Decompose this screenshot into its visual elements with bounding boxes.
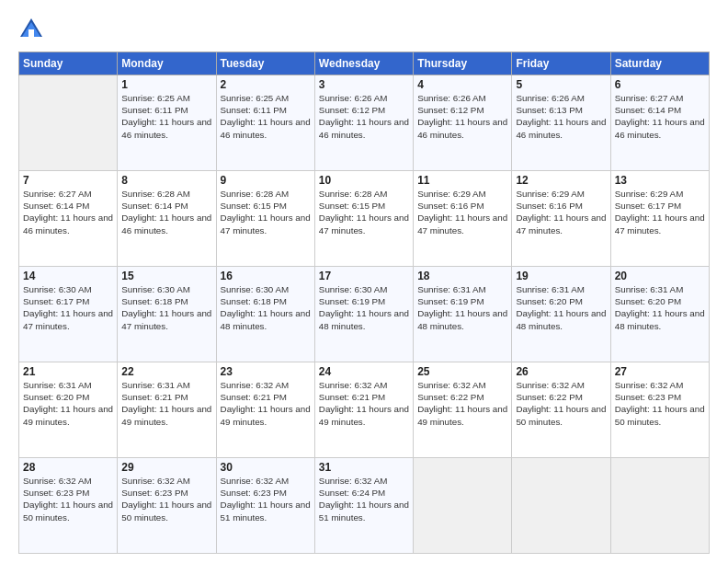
day-number: 25: [417, 365, 507, 378]
day-number: 15: [121, 270, 211, 282]
calendar-cell: [414, 458, 512, 554]
day-detail: Sunrise: 6:31 AMSunset: 6:20 PMDaylight:…: [23, 379, 113, 428]
calendar-cell: 1Sunrise: 6:25 AMSunset: 6:11 PMDaylight…: [118, 75, 216, 171]
calendar-cell: 31Sunrise: 6:32 AMSunset: 6:24 PMDayligh…: [314, 458, 413, 554]
day-detail: Sunrise: 6:32 AMSunset: 6:22 PMDaylight:…: [516, 379, 606, 428]
day-number: 14: [23, 270, 113, 282]
calendar-cell: 8Sunrise: 6:28 AMSunset: 6:14 PMDaylight…: [118, 171, 216, 267]
calendar-cell: 9Sunrise: 6:28 AMSunset: 6:15 PMDaylight…: [216, 171, 314, 267]
day-number: 31: [319, 461, 409, 474]
calendar-week-3: 14Sunrise: 6:30 AMSunset: 6:17 PMDayligh…: [19, 267, 710, 362]
day-detail: Sunrise: 6:26 AMSunset: 6:12 PMDaylight:…: [319, 92, 409, 141]
day-detail: Sunrise: 6:26 AMSunset: 6:12 PMDaylight:…: [417, 92, 507, 141]
day-detail: Sunrise: 6:31 AMSunset: 6:19 PMDaylight:…: [417, 283, 507, 332]
day-detail: Sunrise: 6:31 AMSunset: 6:21 PMDaylight:…: [121, 379, 211, 428]
day-number: 1: [121, 78, 211, 91]
calendar-cell: 5Sunrise: 6:26 AMSunset: 6:13 PMDaylight…: [512, 75, 610, 171]
calendar-cell: 2Sunrise: 6:25 AMSunset: 6:11 PMDaylight…: [216, 75, 314, 171]
day-detail: Sunrise: 6:27 AMSunset: 6:14 PMDaylight:…: [23, 188, 113, 236]
day-header-thursday: Thursday: [414, 52, 512, 75]
logo-icon: [18, 17, 44, 42]
day-number: 3: [319, 78, 409, 91]
day-detail: Sunrise: 6:25 AMSunset: 6:11 PMDaylight:…: [121, 92, 211, 141]
day-number: 8: [121, 174, 211, 187]
calendar-cell: 27Sunrise: 6:32 AMSunset: 6:23 PMDayligh…: [610, 362, 709, 458]
calendar-cell: 29Sunrise: 6:32 AMSunset: 6:23 PMDayligh…: [118, 458, 216, 554]
calendar-cell: 28Sunrise: 6:32 AMSunset: 6:23 PMDayligh…: [19, 458, 118, 554]
day-detail: Sunrise: 6:31 AMSunset: 6:20 PMDaylight:…: [516, 283, 606, 332]
day-number: 9: [221, 174, 311, 187]
day-header-sunday: Sunday: [19, 52, 118, 75]
calendar-cell: 20Sunrise: 6:31 AMSunset: 6:20 PMDayligh…: [610, 267, 709, 362]
day-number: 23: [221, 365, 311, 378]
day-detail: Sunrise: 6:32 AMSunset: 6:21 PMDaylight:…: [221, 379, 311, 428]
calendar-cell: 21Sunrise: 6:31 AMSunset: 6:20 PMDayligh…: [19, 362, 118, 458]
calendar-body: 1Sunrise: 6:25 AMSunset: 6:11 PMDaylight…: [19, 75, 710, 554]
calendar-cell: 16Sunrise: 6:30 AMSunset: 6:18 PMDayligh…: [216, 267, 314, 362]
day-detail: Sunrise: 6:26 AMSunset: 6:13 PMDaylight:…: [516, 92, 606, 141]
day-number: 22: [121, 365, 211, 378]
day-number: 28: [23, 461, 113, 474]
day-number: 20: [615, 270, 705, 282]
day-detail: Sunrise: 6:30 AMSunset: 6:18 PMDaylight:…: [121, 283, 211, 332]
day-number: 24: [319, 365, 409, 378]
day-detail: Sunrise: 6:30 AMSunset: 6:19 PMDaylight:…: [319, 283, 409, 332]
calendar-cell: 19Sunrise: 6:31 AMSunset: 6:20 PMDayligh…: [512, 267, 610, 362]
calendar-cell: [512, 458, 610, 554]
calendar-cell: 3Sunrise: 6:26 AMSunset: 6:12 PMDaylight…: [314, 75, 413, 171]
calendar-week-2: 7Sunrise: 6:27 AMSunset: 6:14 PMDaylight…: [19, 171, 710, 267]
day-header-friday: Friday: [512, 52, 610, 75]
day-number: 16: [221, 270, 311, 282]
calendar-cell: 6Sunrise: 6:27 AMSunset: 6:14 PMDaylight…: [610, 75, 709, 171]
calendar-cell: 4Sunrise: 6:26 AMSunset: 6:12 PMDaylight…: [414, 75, 512, 171]
calendar-cell: 12Sunrise: 6:29 AMSunset: 6:16 PMDayligh…: [512, 171, 610, 267]
day-header-tuesday: Tuesday: [216, 52, 314, 75]
day-number: 17: [319, 270, 409, 282]
day-detail: Sunrise: 6:30 AMSunset: 6:17 PMDaylight:…: [23, 283, 113, 332]
calendar-cell: [19, 75, 118, 171]
day-detail: Sunrise: 6:28 AMSunset: 6:15 PMDaylight:…: [221, 188, 311, 236]
day-number: 2: [221, 78, 311, 91]
calendar-header-row: SundayMondayTuesdayWednesdayThursdayFrid…: [19, 52, 710, 75]
calendar-week-5: 28Sunrise: 6:32 AMSunset: 6:23 PMDayligh…: [19, 458, 710, 554]
calendar-table: SundayMondayTuesdayWednesdayThursdayFrid…: [18, 52, 710, 554]
day-number: 10: [319, 174, 409, 187]
day-detail: Sunrise: 6:28 AMSunset: 6:14 PMDaylight:…: [121, 188, 211, 236]
calendar-cell: 30Sunrise: 6:32 AMSunset: 6:23 PMDayligh…: [216, 458, 314, 554]
page: SundayMondayTuesdayWednesdayThursdayFrid…: [0, 0, 728, 563]
day-detail: Sunrise: 6:27 AMSunset: 6:14 PMDaylight:…: [615, 92, 705, 141]
logo: [18, 17, 48, 42]
day-detail: Sunrise: 6:32 AMSunset: 6:23 PMDaylight:…: [23, 475, 113, 523]
day-detail: Sunrise: 6:31 AMSunset: 6:20 PMDaylight:…: [615, 283, 705, 332]
day-detail: Sunrise: 6:28 AMSunset: 6:15 PMDaylight:…: [319, 188, 409, 236]
calendar-cell: 25Sunrise: 6:32 AMSunset: 6:22 PMDayligh…: [414, 362, 512, 458]
day-detail: Sunrise: 6:32 AMSunset: 6:23 PMDaylight:…: [615, 379, 705, 428]
day-detail: Sunrise: 6:29 AMSunset: 6:16 PMDaylight:…: [417, 188, 507, 236]
day-detail: Sunrise: 6:29 AMSunset: 6:16 PMDaylight:…: [516, 188, 606, 236]
calendar-week-1: 1Sunrise: 6:25 AMSunset: 6:11 PMDaylight…: [19, 75, 710, 171]
calendar-week-4: 21Sunrise: 6:31 AMSunset: 6:20 PMDayligh…: [19, 362, 710, 458]
day-number: 19: [516, 270, 606, 282]
day-number: 30: [221, 461, 311, 474]
calendar-cell: 7Sunrise: 6:27 AMSunset: 6:14 PMDaylight…: [19, 171, 118, 267]
day-number: 7: [23, 174, 113, 187]
day-number: 6: [615, 78, 705, 91]
calendar-cell: 14Sunrise: 6:30 AMSunset: 6:17 PMDayligh…: [19, 267, 118, 362]
calendar-cell: 17Sunrise: 6:30 AMSunset: 6:19 PMDayligh…: [314, 267, 413, 362]
calendar-cell: 11Sunrise: 6:29 AMSunset: 6:16 PMDayligh…: [414, 171, 512, 267]
day-detail: Sunrise: 6:30 AMSunset: 6:18 PMDaylight:…: [221, 283, 311, 332]
day-detail: Sunrise: 6:32 AMSunset: 6:23 PMDaylight:…: [121, 475, 211, 523]
header: [18, 17, 710, 42]
day-number: 26: [516, 365, 606, 378]
day-number: 5: [516, 78, 606, 91]
day-header-saturday: Saturday: [610, 52, 709, 75]
day-detail: Sunrise: 6:32 AMSunset: 6:24 PMDaylight:…: [319, 475, 409, 523]
day-header-wednesday: Wednesday: [314, 52, 413, 75]
day-number: 11: [417, 174, 507, 187]
calendar-cell: 22Sunrise: 6:31 AMSunset: 6:21 PMDayligh…: [118, 362, 216, 458]
day-number: 4: [417, 78, 507, 91]
day-number: 12: [516, 174, 606, 187]
calendar-cell: [610, 458, 709, 554]
calendar-header: SundayMondayTuesdayWednesdayThursdayFrid…: [19, 52, 710, 75]
calendar-cell: 26Sunrise: 6:32 AMSunset: 6:22 PMDayligh…: [512, 362, 610, 458]
